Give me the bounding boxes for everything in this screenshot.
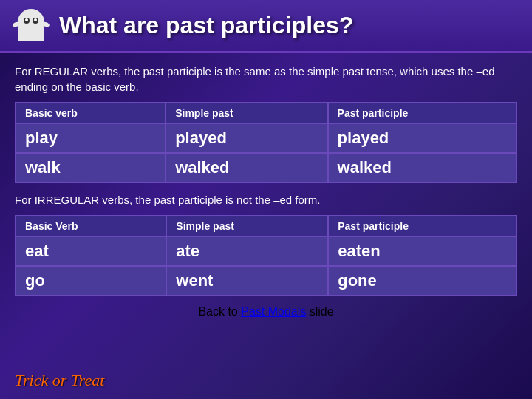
header: What are past participles? [0,0,532,53]
irregular-not: not [236,194,252,206]
regular-col-basic: Basic verb [16,103,166,123]
back-prefix: Back to [198,305,241,318]
irregular-verbs-table: Basic Verb Simple past Past participle e… [15,215,517,296]
table-row: play played played [16,123,516,153]
regular-row2-past: walked [328,153,516,183]
irregular-row1-basic: eat [16,236,166,266]
table-row: walk walked walked [16,153,516,183]
regular-verbs-table: Basic verb Simple past Past participle p… [15,102,517,183]
past-modals-link[interactable]: Past Modals [241,305,306,318]
page-title: What are past participles? [59,12,353,39]
irregular-row2-simple: went [166,266,328,296]
irregular-col-past: Past participle [328,216,516,236]
regular-col-past: Past participle [328,103,516,123]
svg-point-5 [25,18,28,21]
irregular-row2-past: gone [328,266,516,296]
irregular-row2-basic: go [16,266,166,296]
irregular-row1-past: eaten [328,236,516,266]
ghost-icon [10,6,52,47]
table-row: eat ate eaten [16,236,516,266]
irregular-end: the –ed form. [252,194,321,206]
regular-description: For REGULAR verbs, the past participle i… [15,64,517,95]
regular-row2-simple: walked [166,153,327,183]
trick-treat-label: Trick or Treat [15,371,104,390]
regular-row2-basic: walk [16,153,166,183]
regular-col-simple: Simple past [166,103,327,123]
irregular-col-simple: Simple past [166,216,328,236]
irregular-description: For IRREGULAR verbs, the past participle… [15,192,517,208]
regular-row1-past: played [328,123,516,153]
regular-row1-basic: play [16,123,166,153]
irregular-prefix: For IRREGULAR verbs, the past participle… [15,194,236,206]
svg-point-6 [34,18,37,21]
trick-treat-text: Trick or Treat [15,371,104,389]
back-suffix: slide [306,305,333,318]
back-link-container: Back to Past Modals slide [15,305,517,318]
content: For REGULAR verbs, the past participle i… [0,53,532,326]
irregular-row1-simple: ate [166,236,328,266]
regular-row1-simple: played [166,123,327,153]
table-row: go went gone [16,266,516,296]
irregular-col-basic: Basic Verb [16,216,166,236]
